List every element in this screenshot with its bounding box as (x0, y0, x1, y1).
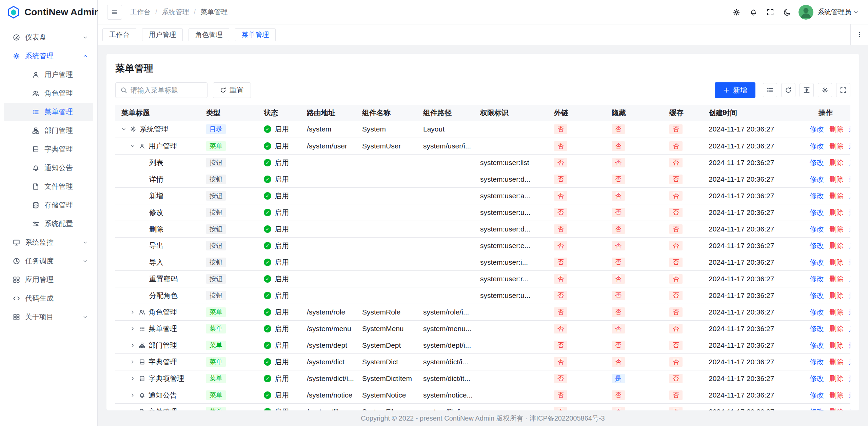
tab-user-management[interactable]: 用户管理 (142, 28, 183, 41)
chevron-down-icon[interactable] (130, 144, 136, 148)
sidebar-item-app-management[interactable]: 应用管理 (4, 270, 93, 289)
delete-link[interactable]: 删除 (829, 225, 844, 233)
delete-link[interactable]: 删除 (829, 258, 844, 266)
created-time-cell: 2024-11-17 20:36:27 (703, 121, 801, 138)
add-link[interactable]: 新增 (849, 358, 850, 366)
tab-menu-management[interactable]: 菜单管理 (235, 28, 276, 41)
menu-table: 菜单标题类型状态路由地址组件名称组件路径权限标识外链隐藏缓存创建时间操作 系统管… (115, 105, 850, 410)
delete-link[interactable]: 删除 (829, 341, 844, 349)
add-link[interactable]: 新增 (849, 408, 850, 411)
modify-link[interactable]: 修改 (810, 291, 824, 299)
settings-button[interactable] (733, 8, 740, 16)
tab-role-management[interactable]: 角色管理 (189, 28, 229, 41)
reset-button[interactable]: 重置 (213, 82, 251, 98)
external-badge: 否 (554, 341, 567, 350)
sidebar-item-about[interactable]: 关于项目 (4, 308, 93, 326)
modify-link[interactable]: 修改 (810, 192, 824, 200)
modify-link[interactable]: 修改 (810, 308, 824, 316)
fullscreen-button[interactable] (767, 8, 774, 16)
modify-link[interactable]: 修改 (810, 374, 824, 382)
modify-link[interactable]: 修改 (810, 242, 824, 249)
delete-link[interactable]: 删除 (829, 308, 844, 316)
avatar[interactable] (798, 5, 813, 20)
delete-link[interactable]: 删除 (829, 208, 844, 216)
delete-link[interactable]: 删除 (829, 242, 844, 249)
breadcrumb-item[interactable]: 菜单管理 (200, 7, 228, 17)
sidebar-item-schedule[interactable]: 任务调度 (4, 252, 93, 270)
sidebar-collapse-button[interactable] (107, 5, 122, 20)
add-link[interactable]: 新增 (849, 125, 850, 133)
sidebar-item-file-management[interactable]: 文件管理 (4, 177, 93, 196)
delete-link[interactable]: 删除 (829, 192, 844, 200)
sidebar-item-monitor[interactable]: 系统监控 (4, 233, 93, 251)
modify-link[interactable]: 修改 (810, 325, 824, 332)
delete-link[interactable]: 删除 (829, 175, 844, 183)
sidebar-item-code-generation[interactable]: 代码生成 (4, 289, 93, 307)
chevron-right-icon[interactable] (130, 376, 136, 381)
sidebar-item-system[interactable]: 系统管理 (4, 47, 93, 65)
tab-workbench[interactable]: 工作台 (102, 28, 136, 41)
component-path-cell: Layout (417, 121, 474, 138)
sidebar-item-dashboard[interactable]: 仪表盘 (4, 28, 93, 46)
fullscreen-button[interactable] (836, 83, 850, 97)
chevron-right-icon[interactable] (130, 360, 136, 364)
bell-button[interactable] (750, 8, 757, 16)
modify-link[interactable]: 修改 (810, 142, 824, 150)
add-link[interactable]: 新增 (849, 142, 850, 150)
add-link[interactable]: 新增 (849, 341, 850, 349)
chevron-right-icon[interactable] (130, 326, 136, 331)
search-input[interactable] (131, 86, 202, 94)
sidebar-item-dict-management[interactable]: 字典管理 (4, 140, 93, 158)
delete-link[interactable]: 删除 (829, 125, 844, 133)
list-button[interactable] (763, 83, 777, 97)
settings-button[interactable] (818, 83, 832, 97)
add-link[interactable]: 新增 (849, 391, 850, 399)
modify-link[interactable]: 修改 (810, 258, 824, 266)
delete-link[interactable]: 删除 (829, 325, 844, 332)
modify-link[interactable]: 修改 (810, 275, 824, 283)
modify-link[interactable]: 修改 (810, 159, 824, 166)
modify-link[interactable]: 修改 (810, 125, 824, 133)
cache-cell: 否 (663, 171, 703, 187)
user-name[interactable]: 系统管理员 (817, 7, 851, 17)
chevron-down-icon[interactable] (121, 127, 127, 131)
modify-link[interactable]: 修改 (810, 408, 824, 411)
add-link[interactable]: 新增 (849, 374, 850, 382)
tab-more-button[interactable] (850, 24, 868, 45)
delete-link[interactable]: 删除 (829, 358, 844, 366)
sidebar-item-menu-management[interactable]: 菜单管理 (4, 103, 93, 121)
modify-link[interactable]: 修改 (810, 225, 824, 233)
modify-link[interactable]: 修改 (810, 391, 824, 399)
check-circle-icon: ✓ (264, 209, 271, 216)
sidebar-item-dept-management[interactable]: 部门管理 (4, 121, 93, 140)
delete-link[interactable]: 删除 (829, 159, 844, 166)
add-link[interactable]: 新增 (849, 308, 850, 316)
chevron-right-icon[interactable] (130, 310, 136, 315)
delete-link[interactable]: 删除 (829, 291, 844, 299)
breadcrumb-item[interactable]: 工作台 (130, 7, 151, 17)
delete-link[interactable]: 删除 (829, 142, 844, 150)
modify-link[interactable]: 修改 (810, 208, 824, 216)
delete-link[interactable]: 删除 (829, 391, 844, 399)
sidebar-item-storage-management[interactable]: 存储管理 (4, 196, 93, 214)
check-circle-icon: ✓ (264, 192, 271, 200)
modify-link[interactable]: 修改 (810, 341, 824, 349)
breadcrumb-item[interactable]: 系统管理 (162, 7, 189, 17)
chevron-right-icon[interactable] (130, 343, 136, 348)
add-button[interactable]: 新增 (715, 82, 755, 98)
sidebar-item-system-config[interactable]: 系统配置 (4, 215, 93, 233)
delete-link[interactable]: 删除 (829, 408, 844, 411)
row-height-button[interactable] (800, 83, 814, 97)
refresh-button[interactable] (781, 83, 795, 97)
delete-link[interactable]: 删除 (829, 374, 844, 382)
sidebar-item-user-management[interactable]: 用户管理 (4, 65, 93, 84)
sidebar-item-notice[interactable]: 通知公告 (4, 159, 93, 177)
app-logo[interactable]: ContiNew Admin (0, 0, 97, 24)
moon-button[interactable] (784, 8, 791, 16)
modify-link[interactable]: 修改 (810, 358, 824, 366)
add-link[interactable]: 新增 (849, 325, 850, 332)
sidebar-item-role-management[interactable]: 角色管理 (4, 84, 93, 102)
chevron-right-icon[interactable] (130, 393, 136, 398)
delete-link[interactable]: 删除 (829, 275, 844, 283)
modify-link[interactable]: 修改 (810, 175, 824, 183)
